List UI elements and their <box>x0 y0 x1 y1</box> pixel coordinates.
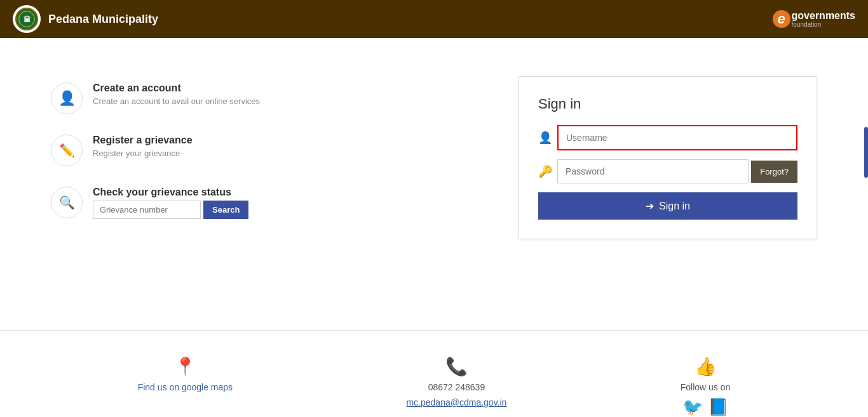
signin-title: Sign in <box>538 96 797 112</box>
facebook-icon[interactable]: 📘 <box>708 397 728 417</box>
left-panel: 👤 Create an account Create an account to… <box>51 76 260 219</box>
check-grievance-title: Check your grievance status <box>93 187 248 198</box>
email-link[interactable]: mc.pedana@cdma.gov.in <box>406 397 506 407</box>
username-input[interactable] <box>557 125 797 150</box>
username-group: 👤 <box>538 125 797 150</box>
footer-info: 📍 Find us on google maps 📞 08672 248639 … <box>0 331 868 417</box>
password-input[interactable] <box>557 159 749 183</box>
check-grievance-icon-circle: 🔍 <box>51 187 83 218</box>
signin-button[interactable]: ➔ Sign in <box>538 192 797 220</box>
map-pin-icon: 📍 <box>174 356 196 377</box>
footer-social: 👍 Follow us on 🐦 📘 <box>681 356 731 417</box>
signin-label: Sign in <box>659 201 690 212</box>
twitter-icon[interactable]: 🐦 <box>682 397 703 417</box>
create-account-desc: Create an account to avail our online se… <box>93 96 260 106</box>
feature-register-grievance: ✏️ Register a grievance Register your gr… <box>51 135 260 166</box>
main-content: 👤 Create an account Create an account to… <box>0 38 868 330</box>
person-icon: 👤 <box>58 90 76 107</box>
egovt-e-icon: e <box>773 10 790 28</box>
create-account-text: Create an account Create an account to a… <box>93 83 260 111</box>
password-row: Forgot? <box>557 159 797 183</box>
create-account-title: Create an account <box>93 83 260 94</box>
register-grievance-desc: Register your grievance <box>93 149 193 158</box>
check-grievance-text: Check your grievance status Search <box>93 187 248 219</box>
signin-arrow-icon: ➔ <box>646 200 654 212</box>
thumbs-up-icon: 👍 <box>695 356 717 377</box>
register-grievance-icon-circle: ✏️ <box>51 135 83 166</box>
feature-create-account: 👤 Create an account Create an account to… <box>51 83 260 114</box>
svg-text:🏛: 🏛 <box>24 15 31 23</box>
pencil-icon: ✏️ <box>59 143 75 158</box>
follow-label: Follow us on <box>681 382 731 392</box>
site-title: Pedana Municipality <box>48 13 158 26</box>
grievance-number-input[interactable] <box>93 201 201 219</box>
footer-contact: 📞 08672 248639 mc.pedana@cdma.gov.in <box>406 356 506 407</box>
search-icon: 🔍 <box>59 195 75 210</box>
egovt-brand: governments foundation <box>792 10 855 28</box>
register-grievance-text: Register a grievance Register your griev… <box>93 135 193 163</box>
forgot-button[interactable]: Forgot? <box>751 161 797 183</box>
create-account-icon-circle: 👤 <box>51 83 83 114</box>
footer-map: 📍 Find us on google maps <box>138 356 233 392</box>
social-icons-row: 🐦 📘 <box>682 397 728 417</box>
feature-check-grievance: 🔍 Check your grievance status Search <box>51 187 260 219</box>
header-left: 🏛 Pedana Municipality <box>13 5 158 33</box>
header: 🏛 Pedana Municipality e governments foun… <box>0 0 868 38</box>
phone-icon: 📞 <box>445 356 468 377</box>
phone-number: 08672 248639 <box>428 382 485 392</box>
egovt-logo: e governments foundation <box>773 10 855 28</box>
signin-panel: Sign in 👤 🔑 Forgot? ➔ Sign in <box>519 76 817 239</box>
scrollbar-indicator <box>864 127 868 178</box>
register-grievance-title: Register a grievance <box>93 135 193 146</box>
find-on-map-link[interactable]: Find us on google maps <box>138 382 233 392</box>
grievance-search-row: Search <box>93 201 248 219</box>
search-button[interactable]: Search <box>203 201 248 219</box>
user-icon: 👤 <box>538 131 552 145</box>
password-group: 🔑 Forgot? <box>538 159 797 183</box>
header-right: e governments foundation <box>773 10 855 28</box>
key-icon: 🔑 <box>538 164 552 178</box>
header-logo: 🏛 <box>13 5 41 33</box>
